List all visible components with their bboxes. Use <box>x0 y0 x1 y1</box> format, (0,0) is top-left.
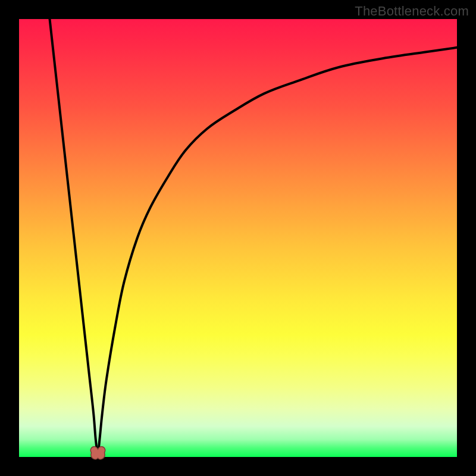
plot-area <box>19 19 457 457</box>
heart-marker-icon <box>90 447 105 459</box>
curve-right-branch <box>98 48 457 457</box>
curve-left-branch <box>50 19 98 457</box>
chart-container: TheBottleneck.com <box>0 0 476 476</box>
curves-svg <box>19 19 457 457</box>
watermark-text: TheBottleneck.com <box>355 4 469 19</box>
